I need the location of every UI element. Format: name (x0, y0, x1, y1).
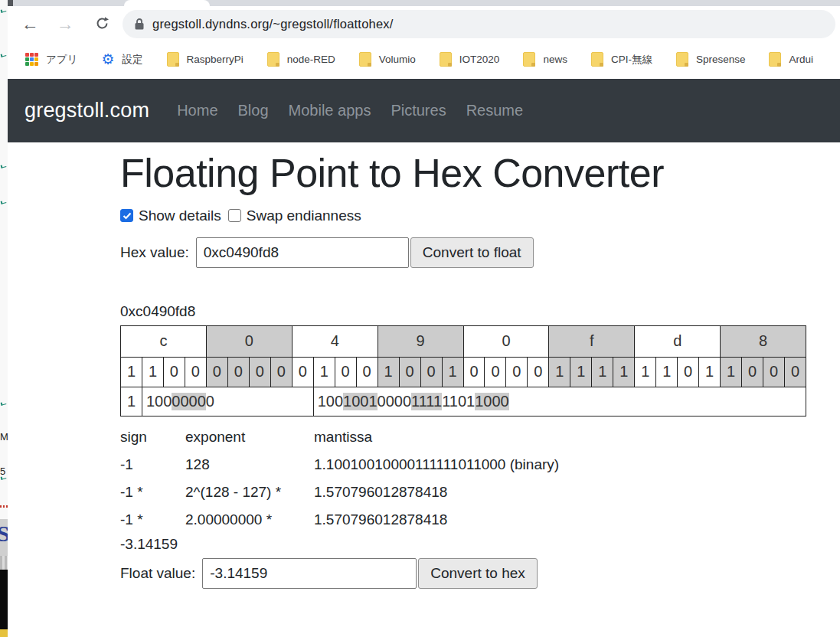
float-form: Float value: Convert to hex (120, 558, 840, 589)
hex-digit-cell: 4 (292, 325, 378, 357)
desktop-edge-black (0, 570, 8, 629)
site-nav: HomeBlogMobile appsPicturesResume (177, 102, 523, 119)
bookmarks-bar: アプリ⚙設定RaspberryPinode-REDVolumioIOT2020n… (8, 42, 840, 77)
hex-form: Hex value: Convert to float (120, 237, 840, 268)
bit-cell: 0 (463, 357, 485, 387)
folder-icon (769, 52, 781, 67)
bookmark-item[interactable]: CPI-無線 (591, 52, 652, 67)
details-row: -1 *2.00000000 *1.570796012878418 (120, 506, 840, 534)
bit-table-body: c0490fd811000000010010010000111111011000… (121, 325, 806, 416)
hex-value-label: Hex value: (120, 244, 189, 261)
bookmark-item[interactable]: Ardui (769, 52, 813, 67)
desktop-edge-dots (0, 505, 8, 508)
forward-button[interactable]: → (52, 11, 78, 37)
bit-cell: 0 (249, 357, 270, 387)
back-button[interactable]: ← (17, 11, 43, 37)
bookmark-label: node-RED (287, 54, 335, 65)
desktop-icon-fragment: M (0, 431, 8, 443)
lock-icon (135, 18, 144, 30)
nav-link-blog[interactable]: Blog (238, 102, 269, 119)
bit-cell: 1 (570, 357, 592, 387)
bit-cell: 1 (442, 357, 463, 387)
hex-digit-cell: f (549, 325, 635, 357)
sign-bits-cell: 1 (121, 387, 142, 416)
details-header-row: signexponentmantissa (120, 423, 840, 451)
bookmark-label: RaspberryPi (187, 54, 244, 65)
details-cell: -1 (120, 456, 185, 473)
bookmark-label: Volumio (379, 54, 416, 65)
desktop-edge-mark (1, 53, 7, 57)
bit-cell: 1 (635, 357, 656, 387)
folder-icon (591, 52, 603, 67)
active-tab[interactable] (124, 0, 210, 6)
float-value-label: Float value: (120, 565, 195, 582)
check-icon (123, 212, 132, 220)
desktop-edge-yellow (0, 629, 8, 637)
swap-endianness-checkbox[interactable] (228, 209, 241, 222)
bookmark-item[interactable]: Volumio (359, 52, 416, 67)
nav-link-home[interactable]: Home (177, 102, 217, 119)
bit-table: c0490fd811000000010010010000111111011000… (120, 325, 806, 416)
folder-icon (167, 52, 179, 67)
page-title: Floating Point to Hex Converter (120, 151, 840, 197)
nav-link-mobile-apps[interactable]: Mobile apps (289, 102, 371, 119)
details-cell: 128 (185, 456, 314, 473)
convert-to-float-button[interactable]: Convert to float (410, 237, 534, 268)
hex-value-input[interactable] (196, 237, 409, 268)
convert-to-hex-button[interactable]: Convert to hex (418, 558, 538, 589)
bit-cell: 0 (185, 357, 206, 387)
bit-cell: 0 (227, 357, 249, 387)
desktop-icon-fragment: 5 (0, 466, 5, 477)
bookmark-item[interactable]: RaspberryPi (167, 52, 244, 67)
bookmark-label: Spresense (696, 54, 746, 65)
folder-icon (267, 52, 279, 67)
bookmark-item[interactable]: アプリ (25, 53, 77, 67)
bookmark-item[interactable]: Spresense (676, 52, 746, 67)
bit-cell: 1 (313, 357, 335, 387)
bookmark-item[interactable]: ⚙設定 (101, 53, 142, 67)
details-cell: -1 * (120, 484, 185, 501)
folder-icon (523, 52, 535, 67)
bit-cell: 1 (142, 357, 163, 387)
bit-cell: 0 (528, 357, 549, 387)
browser-window: ← → gregstoll.dyndns.org/~gregstoll/floa… (8, 0, 840, 637)
bit-cell: 0 (356, 357, 378, 387)
float-value-input[interactable] (202, 558, 417, 589)
nav-link-resume[interactable]: Resume (466, 102, 523, 119)
tab-strip (8, 0, 840, 6)
swap-endianness-label[interactable]: Swap endianness (247, 207, 361, 224)
bit-cell: 1 (699, 357, 721, 387)
bit-cell: 0 (163, 357, 185, 387)
desktop-edge-mark (1, 164, 7, 168)
bit-cell: 1 (656, 357, 678, 387)
bit-cell: 0 (785, 357, 806, 387)
gear-icon: ⚙ (101, 53, 114, 67)
show-details-checkbox[interactable] (120, 209, 133, 222)
hex-digit-cell: d (635, 325, 721, 357)
exponent-bits-cell: 10000000 (142, 387, 313, 416)
bookmark-item[interactable]: node-RED (267, 52, 335, 67)
bookmark-item[interactable]: news (523, 52, 567, 67)
bookmark-label: Ardui (789, 54, 813, 65)
bookmark-label: 設定 (123, 53, 143, 67)
show-details-label[interactable]: Show details (139, 207, 221, 224)
bookmark-item[interactable]: IOT2020 (440, 52, 500, 67)
reload-button[interactable] (89, 11, 115, 37)
details-header: mantissa (314, 429, 840, 446)
result-hex-text: 0xc0490fd8 (120, 303, 840, 320)
desktop-edge-mark (1, 8, 7, 13)
bit-cell: 0 (485, 357, 506, 387)
address-bar[interactable]: gregstoll.dyndns.org/~gregstoll/floattoh… (123, 10, 835, 38)
bit-cell: 0 (399, 357, 420, 387)
bit-cell: 1 (721, 357, 742, 387)
site-header: gregstoll.com HomeBlogMobile appsPicture… (8, 79, 840, 142)
desktop-edge-mark (1, 200, 7, 204)
hex-digit-cell: 9 (378, 325, 463, 357)
hex-digit-cell: c (121, 325, 207, 357)
nav-link-pictures[interactable]: Pictures (391, 102, 446, 119)
bit-cell: 0 (206, 357, 227, 387)
details-row: -11281.10010010000111111011000 (binary) (120, 451, 840, 479)
browser-toolbar: ← → gregstoll.dyndns.org/~gregstoll/floa… (8, 6, 840, 42)
site-brand[interactable]: gregstoll.com (25, 99, 149, 122)
bit-cell: 1 (613, 357, 635, 387)
